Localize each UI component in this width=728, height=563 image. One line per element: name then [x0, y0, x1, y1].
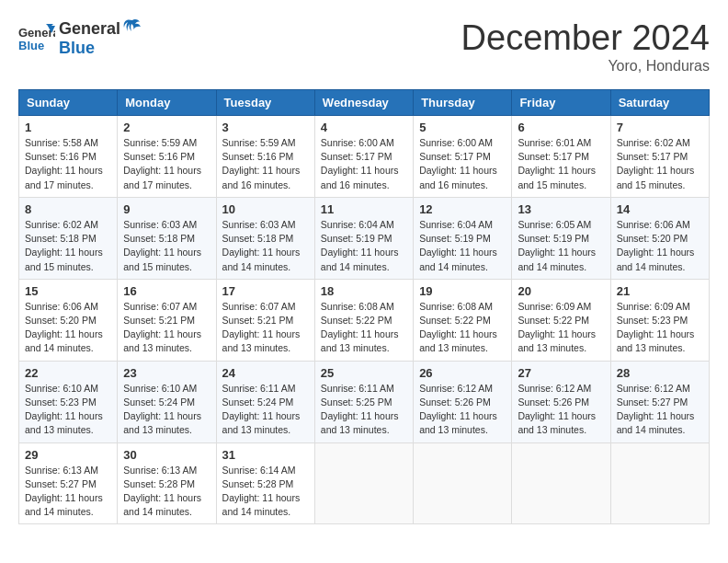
day-info: Sunrise: 6:02 AMSunset: 5:18 PMDaylight:… — [25, 218, 111, 274]
calendar-cell: 29Sunrise: 6:13 AMSunset: 5:27 PMDayligh… — [19, 442, 118, 524]
day-header-sunday: Sunday — [19, 90, 118, 116]
day-info: Sunrise: 6:10 AMSunset: 5:24 PMDaylight:… — [123, 382, 210, 438]
calendar-header-row: SundayMondayTuesdayWednesdayThursdayFrid… — [19, 90, 710, 116]
day-info: Sunrise: 6:00 AMSunset: 5:17 PMDaylight:… — [419, 136, 506, 192]
day-info: Sunrise: 5:58 AMSunset: 5:16 PMDaylight:… — [25, 136, 111, 192]
calendar-cell: 8Sunrise: 6:02 AMSunset: 5:18 PMDaylight… — [19, 197, 118, 279]
day-number: 21 — [617, 284, 703, 298]
calendar-week-5: 29Sunrise: 6:13 AMSunset: 5:27 PMDayligh… — [19, 442, 710, 524]
day-info: Sunrise: 6:01 AMSunset: 5:17 PMDaylight:… — [518, 136, 604, 192]
day-info: Sunrise: 5:59 AMSunset: 5:16 PMDaylight:… — [222, 136, 309, 192]
day-number: 19 — [419, 284, 506, 298]
calendar-cell: 14Sunrise: 6:06 AMSunset: 5:20 PMDayligh… — [610, 197, 709, 279]
day-number: 4 — [321, 121, 407, 134]
day-info: Sunrise: 6:09 AMSunset: 5:23 PMDaylight:… — [617, 300, 703, 356]
day-number: 10 — [222, 202, 309, 216]
day-info: Sunrise: 6:03 AMSunset: 5:18 PMDaylight:… — [123, 218, 210, 274]
calendar-cell: 10Sunrise: 6:03 AMSunset: 5:18 PMDayligh… — [216, 197, 314, 279]
day-number: 12 — [419, 202, 506, 216]
day-number: 29 — [25, 448, 111, 462]
day-number: 14 — [617, 202, 703, 216]
calendar-cell: 19Sunrise: 6:08 AMSunset: 5:22 PMDayligh… — [414, 279, 512, 361]
calendar-cell: 13Sunrise: 6:05 AMSunset: 5:19 PMDayligh… — [512, 197, 610, 279]
calendar-cell: 27Sunrise: 6:12 AMSunset: 5:26 PMDayligh… — [512, 361, 610, 442]
day-number: 15 — [25, 284, 111, 298]
calendar-cell: 22Sunrise: 6:10 AMSunset: 5:23 PMDayligh… — [19, 361, 118, 442]
day-number: 27 — [518, 366, 604, 380]
page-header: General Blue General Blue December 2024 … — [18, 18, 710, 75]
calendar-cell: 4Sunrise: 6:00 AMSunset: 5:17 PMDaylight… — [314, 116, 413, 198]
day-info: Sunrise: 6:12 AMSunset: 5:26 PMDaylight:… — [419, 382, 506, 438]
day-number: 16 — [123, 284, 210, 298]
day-info: Sunrise: 6:03 AMSunset: 5:18 PMDaylight:… — [222, 218, 309, 274]
month-title: December 2024 — [461, 18, 710, 58]
calendar-cell: 25Sunrise: 6:11 AMSunset: 5:25 PMDayligh… — [314, 361, 413, 442]
day-number: 2 — [123, 121, 210, 134]
logo: General Blue General Blue — [18, 18, 142, 58]
day-number: 11 — [321, 202, 407, 216]
calendar-cell — [414, 442, 512, 524]
day-header-saturday: Saturday — [610, 90, 709, 116]
day-number: 7 — [617, 121, 703, 134]
day-info: Sunrise: 6:06 AMSunset: 5:20 PMDaylight:… — [25, 300, 111, 356]
calendar-cell: 26Sunrise: 6:12 AMSunset: 5:26 PMDayligh… — [414, 361, 512, 442]
day-header-friday: Friday — [512, 90, 610, 116]
calendar-cell: 6Sunrise: 6:01 AMSunset: 5:17 PMDaylight… — [512, 116, 610, 198]
calendar-cell: 7Sunrise: 6:02 AMSunset: 5:17 PMDaylight… — [610, 116, 709, 198]
calendar-cell: 21Sunrise: 6:09 AMSunset: 5:23 PMDayligh… — [610, 279, 709, 361]
day-number: 23 — [123, 366, 210, 380]
day-number: 1 — [25, 121, 111, 134]
day-info: Sunrise: 6:11 AMSunset: 5:24 PMDaylight:… — [222, 382, 309, 438]
day-info: Sunrise: 6:14 AMSunset: 5:28 PMDaylight:… — [222, 464, 309, 520]
calendar-week-2: 8Sunrise: 6:02 AMSunset: 5:18 PMDaylight… — [19, 197, 710, 279]
calendar-cell: 16Sunrise: 6:07 AMSunset: 5:21 PMDayligh… — [118, 279, 216, 361]
logo-general: General — [59, 19, 120, 39]
day-info: Sunrise: 6:07 AMSunset: 5:21 PMDaylight:… — [222, 300, 309, 356]
day-info: Sunrise: 6:08 AMSunset: 5:22 PMDaylight:… — [321, 300, 407, 356]
day-number: 22 — [25, 366, 111, 380]
day-number: 9 — [123, 202, 210, 216]
calendar-cell: 24Sunrise: 6:11 AMSunset: 5:24 PMDayligh… — [216, 361, 314, 442]
calendar-cell: 28Sunrise: 6:12 AMSunset: 5:27 PMDayligh… — [610, 361, 709, 442]
calendar-cell: 20Sunrise: 6:09 AMSunset: 5:22 PMDayligh… — [512, 279, 610, 361]
day-info: Sunrise: 6:00 AMSunset: 5:17 PMDaylight:… — [321, 136, 407, 192]
day-info: Sunrise: 6:07 AMSunset: 5:21 PMDaylight:… — [123, 300, 210, 356]
day-info: Sunrise: 6:06 AMSunset: 5:20 PMDaylight:… — [617, 218, 703, 274]
calendar-cell: 17Sunrise: 6:07 AMSunset: 5:21 PMDayligh… — [216, 279, 314, 361]
day-info: Sunrise: 6:10 AMSunset: 5:23 PMDaylight:… — [25, 382, 111, 438]
calendar-week-3: 15Sunrise: 6:06 AMSunset: 5:20 PMDayligh… — [19, 279, 710, 361]
day-number: 26 — [419, 366, 506, 380]
day-info: Sunrise: 6:04 AMSunset: 5:19 PMDaylight:… — [419, 218, 506, 274]
calendar-cell: 11Sunrise: 6:04 AMSunset: 5:19 PMDayligh… — [314, 197, 413, 279]
calendar-cell — [512, 442, 610, 524]
logo-blue: Blue — [59, 39, 95, 58]
day-info: Sunrise: 6:13 AMSunset: 5:27 PMDaylight:… — [25, 464, 111, 520]
svg-text:Blue: Blue — [18, 39, 44, 52]
day-info: Sunrise: 6:05 AMSunset: 5:19 PMDaylight:… — [518, 218, 604, 274]
calendar-week-4: 22Sunrise: 6:10 AMSunset: 5:23 PMDayligh… — [19, 361, 710, 442]
calendar-cell: 23Sunrise: 6:10 AMSunset: 5:24 PMDayligh… — [118, 361, 216, 442]
day-number: 28 — [617, 366, 703, 380]
day-info: Sunrise: 5:59 AMSunset: 5:16 PMDaylight:… — [123, 136, 210, 192]
calendar-cell: 18Sunrise: 6:08 AMSunset: 5:22 PMDayligh… — [314, 279, 413, 361]
day-info: Sunrise: 6:09 AMSunset: 5:22 PMDaylight:… — [518, 300, 604, 356]
calendar-cell: 2Sunrise: 5:59 AMSunset: 5:16 PMDaylight… — [118, 116, 216, 198]
day-header-wednesday: Wednesday — [314, 90, 413, 116]
calendar-cell: 31Sunrise: 6:14 AMSunset: 5:28 PMDayligh… — [216, 442, 314, 524]
day-number: 17 — [222, 284, 309, 298]
title-block: December 2024 Yoro, Honduras — [461, 18, 710, 75]
day-number: 24 — [222, 366, 309, 380]
calendar-cell: 12Sunrise: 6:04 AMSunset: 5:19 PMDayligh… — [414, 197, 512, 279]
day-number: 25 — [321, 366, 407, 380]
day-info: Sunrise: 6:08 AMSunset: 5:22 PMDaylight:… — [419, 300, 506, 356]
calendar-cell — [314, 442, 413, 524]
calendar-cell: 3Sunrise: 5:59 AMSunset: 5:16 PMDaylight… — [216, 116, 314, 198]
day-number: 31 — [222, 448, 309, 462]
logo-icon: General Blue — [18, 22, 55, 55]
day-number: 13 — [518, 202, 604, 216]
day-header-thursday: Thursday — [414, 90, 512, 116]
calendar-cell: 5Sunrise: 6:00 AMSunset: 5:17 PMDaylight… — [414, 116, 512, 198]
day-header-monday: Monday — [118, 90, 216, 116]
calendar-cell: 15Sunrise: 6:06 AMSunset: 5:20 PMDayligh… — [19, 279, 118, 361]
calendar-week-1: 1Sunrise: 5:58 AMSunset: 5:16 PMDaylight… — [19, 116, 710, 198]
